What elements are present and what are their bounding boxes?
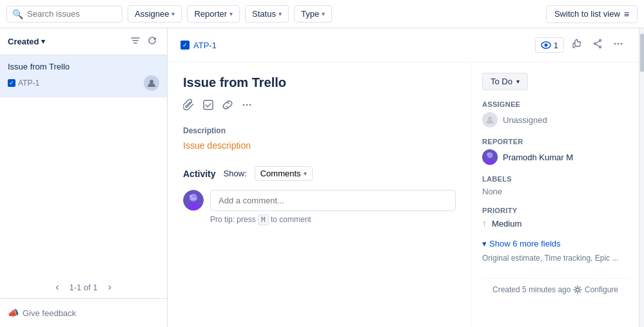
reporter-label: Reporter: [482, 138, 629, 145]
watch-button[interactable]: 1: [535, 37, 564, 53]
description-label: Description: [183, 126, 456, 135]
reporter-value[interactable]: Pramodh Kumar M: [482, 149, 629, 165]
configure-button[interactable]: Configure: [573, 285, 618, 294]
chevron-down-icon: ▾: [516, 78, 520, 85]
detail-actions: 1: [535, 36, 626, 54]
issue-breadcrumb-id: ATP-1: [193, 41, 217, 50]
svg-line-7: [596, 44, 599, 46]
issue-item[interactable]: Issue from Trello ATP-1: [0, 55, 167, 98]
watch-count: 1: [554, 41, 558, 50]
svg-point-4: [600, 46, 601, 48]
assignee-value[interactable]: Unassigned: [482, 112, 629, 127]
priority-up-icon: ↑: [482, 218, 487, 229]
list-view-icon: ≡: [624, 9, 629, 19]
issue-id: ATP-1: [18, 79, 39, 88]
detail-right-panel: To Do ▾ Assignee Unassigned: [471, 62, 639, 327]
page-info: 1-1 of 1: [69, 283, 97, 292]
scrollbar[interactable]: [639, 28, 644, 327]
checkbox-icon: [8, 79, 15, 87]
comments-filter-label: Comments: [260, 169, 301, 178]
user-avatar-img: [183, 190, 204, 210]
svg-rect-11: [204, 100, 213, 109]
detail-panel: ATP-1 1: [168, 28, 639, 327]
chevron-down-icon: ▾: [304, 170, 307, 177]
attachment-icon: [183, 99, 195, 111]
sidebar-header: Created ▾: [0, 28, 167, 55]
group-label[interactable]: Created ▾: [8, 37, 45, 46]
reporter-filter[interactable]: Reporter ▾: [187, 5, 240, 23]
more-fields-hint: Original estimate, Time tracking, Epic .…: [482, 254, 629, 263]
search-box[interactable]: 🔍: [6, 6, 122, 23]
chevron-down-icon: ▾: [229, 10, 233, 17]
issue-id-badge: ATP-1: [8, 79, 39, 88]
checklist-button[interactable]: [202, 99, 214, 113]
main-layout: Created ▾ Issue from Trello: [0, 28, 644, 327]
refresh-icon: [148, 36, 157, 45]
svg-point-14: [249, 104, 251, 106]
priority-section: Priority ↑ Medium: [482, 207, 629, 229]
attachment-button[interactable]: [183, 99, 195, 113]
reporter-avatar: [482, 149, 498, 165]
assignee-section: Assignee Unassigned: [482, 100, 629, 127]
assignee-filter[interactable]: Assignee ▾: [128, 5, 182, 23]
share-button[interactable]: [590, 36, 605, 54]
next-page-button[interactable]: ›: [108, 281, 112, 293]
more-toolbar-button[interactable]: [241, 99, 253, 113]
svg-point-2: [544, 44, 547, 47]
description-text[interactable]: Issue description: [183, 140, 456, 151]
labels-section: Labels None: [482, 175, 629, 196]
priority-label: Priority: [482, 207, 629, 214]
refresh-button[interactable]: [145, 35, 159, 48]
scrollbar-thumb: [640, 33, 644, 72]
show-more-fields-button[interactable]: ▾ Show 6 more fields: [482, 239, 629, 248]
thumbs-up-button[interactable]: [569, 36, 585, 54]
sort-button[interactable]: [128, 35, 142, 48]
more-toolbar-icon: [241, 99, 253, 111]
reporter-avatar-img: [482, 149, 498, 165]
show-more-label: Show 6 more fields: [489, 239, 561, 248]
prev-page-button[interactable]: ‹: [55, 281, 59, 293]
svg-point-16: [190, 194, 197, 201]
avatar: [144, 75, 159, 91]
list-view-button[interactable]: Switch to list view ≡: [546, 5, 638, 23]
activity-title: Activity: [183, 169, 216, 179]
sidebar: Created ▾ Issue from Trello: [0, 28, 168, 327]
assignee-avatar: [482, 112, 498, 127]
search-input[interactable]: [27, 9, 111, 19]
svg-point-24: [576, 288, 579, 292]
svg-point-9: [618, 43, 620, 45]
created-timestamp: Created 5 minutes ago: [493, 285, 571, 294]
description-section: Description Issue description: [183, 126, 456, 151]
comments-filter-button[interactable]: Comments ▾: [255, 166, 313, 181]
checklist-icon: [202, 99, 214, 111]
assignee-name: Unassigned: [503, 115, 547, 125]
svg-point-13: [246, 104, 248, 106]
svg-point-5: [594, 43, 596, 45]
labels-value[interactable]: None: [482, 187, 629, 196]
issue-title-main: Issue from Trello: [183, 75, 456, 90]
priority-value[interactable]: ↑ Medium: [482, 218, 629, 229]
link-icon: [222, 99, 233, 111]
comment-input[interactable]: [210, 190, 456, 211]
svg-point-10: [621, 43, 623, 45]
sort-icon: [131, 36, 140, 45]
top-bar: 🔍 Assignee ▾ Reporter ▾ Status ▾ Type ▾ …: [0, 0, 644, 28]
feedback-button[interactable]: 📣 Give feedback: [8, 305, 76, 321]
status-label: To Do: [491, 77, 512, 86]
more-options-icon: [613, 39, 623, 49]
status-filter[interactable]: Status ▾: [245, 5, 289, 23]
issue-title: Issue from Trello: [8, 62, 159, 71]
svg-point-23: [487, 153, 489, 155]
activity-header: Activity Show: Comments ▾: [183, 166, 456, 181]
gear-icon: [573, 285, 582, 294]
show-label: Show:: [224, 169, 247, 178]
svg-line-6: [596, 41, 599, 43]
thumbs-up-icon: [572, 39, 582, 49]
type-filter[interactable]: Type ▾: [294, 5, 332, 23]
more-options-button[interactable]: [610, 36, 626, 54]
status-button[interactable]: To Do ▾: [482, 73, 528, 90]
keyboard-shortcut: M: [258, 214, 269, 225]
detail-footer: Created 5 minutes ago Configure: [482, 278, 629, 301]
link-button[interactable]: [222, 99, 233, 113]
detail-main: Issue from Trello: [168, 62, 471, 327]
